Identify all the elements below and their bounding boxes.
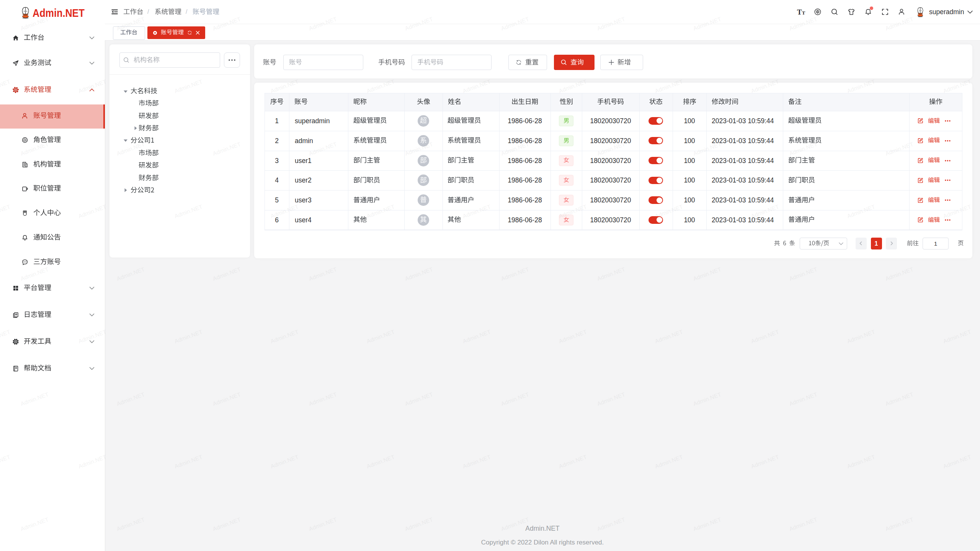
svg-text:Admin.NET: Admin.NET	[596, 16, 626, 32]
svg-text:Admin.NET: Admin.NET	[558, 328, 588, 344]
svg-text:Admin.NET: Admin.NET	[308, 391, 338, 407]
svg-text:Admin.NET: Admin.NET	[942, 78, 972, 94]
svg-text:Admin.NET: Admin.NET	[884, 516, 914, 532]
svg-text:Admin.NET: Admin.NET	[942, 453, 972, 469]
svg-text:Admin.NET: Admin.NET	[77, 453, 107, 469]
svg-text:Admin.NET: Admin.NET	[212, 16, 242, 32]
svg-text:Admin.NET: Admin.NET	[500, 141, 530, 157]
svg-text:Admin.NET: Admin.NET	[173, 203, 203, 219]
svg-text:Admin.NET: Admin.NET	[558, 78, 588, 94]
svg-text:Admin.NET: Admin.NET	[20, 16, 49, 32]
svg-text:Admin.NET: Admin.NET	[462, 328, 492, 344]
svg-text:Admin.NET: Admin.NET	[212, 391, 242, 407]
svg-text:Admin.NET: Admin.NET	[846, 453, 876, 469]
svg-text:Admin.NET: Admin.NET	[692, 16, 722, 32]
svg-text:Admin.NET: Admin.NET	[308, 16, 338, 32]
svg-text:Admin.NET: Admin.NET	[788, 16, 818, 32]
svg-text:Admin.NET: Admin.NET	[788, 141, 818, 157]
svg-text:Admin.NET: Admin.NET	[270, 203, 299, 219]
svg-text:Admin.NET: Admin.NET	[0, 203, 11, 219]
svg-text:Admin.NET: Admin.NET	[788, 516, 818, 532]
svg-text:Admin.NET: Admin.NET	[942, 203, 972, 219]
svg-text:Admin.NET: Admin.NET	[692, 266, 722, 282]
svg-text:Admin.NET: Admin.NET	[404, 516, 434, 532]
svg-text:Admin.NET: Admin.NET	[212, 141, 242, 157]
svg-text:Admin.NET: Admin.NET	[173, 453, 203, 469]
svg-text:Admin.NET: Admin.NET	[942, 328, 972, 344]
svg-text:Admin.NET: Admin.NET	[308, 516, 338, 532]
svg-text:Admin.NET: Admin.NET	[500, 391, 530, 407]
svg-text:Admin.NET: Admin.NET	[212, 516, 242, 532]
svg-text:Admin.NET: Admin.NET	[884, 141, 914, 157]
svg-text:Admin.NET: Admin.NET	[654, 328, 684, 344]
svg-text:Admin.NET: Admin.NET	[366, 328, 395, 344]
svg-text:Admin.NET: Admin.NET	[692, 141, 722, 157]
svg-text:Admin.NET: Admin.NET	[500, 266, 530, 282]
svg-text:Admin.NET: Admin.NET	[116, 141, 145, 157]
svg-text:Admin.NET: Admin.NET	[692, 391, 722, 407]
svg-text:Admin.NET: Admin.NET	[788, 266, 818, 282]
svg-text:Admin.NET: Admin.NET	[404, 391, 434, 407]
svg-text:Admin.NET: Admin.NET	[20, 391, 49, 407]
svg-text:Admin.NET: Admin.NET	[0, 78, 11, 94]
svg-text:Admin.NET: Admin.NET	[654, 203, 684, 219]
svg-text:Admin.NET: Admin.NET	[20, 141, 49, 157]
svg-text:Admin.NET: Admin.NET	[0, 328, 11, 344]
svg-text:Admin.NET: Admin.NET	[212, 266, 242, 282]
svg-text:Admin.NET: Admin.NET	[462, 78, 492, 94]
svg-text:Admin.NET: Admin.NET	[558, 453, 588, 469]
svg-text:Admin.NET: Admin.NET	[654, 78, 684, 94]
svg-text:Admin.NET: Admin.NET	[500, 516, 530, 532]
svg-text:Admin.NET: Admin.NET	[116, 391, 145, 407]
svg-text:Admin.NET: Admin.NET	[366, 453, 395, 469]
svg-text:Admin.NET: Admin.NET	[404, 141, 434, 157]
svg-text:Admin.NET: Admin.NET	[116, 266, 145, 282]
svg-text:Admin.NET: Admin.NET	[846, 78, 876, 94]
svg-text:Admin.NET: Admin.NET	[270, 328, 299, 344]
svg-text:Admin.NET: Admin.NET	[750, 203, 780, 219]
svg-text:Admin.NET: Admin.NET	[596, 516, 626, 532]
svg-text:Admin.NET: Admin.NET	[366, 203, 395, 219]
svg-text:Admin.NET: Admin.NET	[596, 266, 626, 282]
svg-text:Admin.NET: Admin.NET	[116, 16, 145, 32]
svg-text:Admin.NET: Admin.NET	[404, 266, 434, 282]
svg-text:Admin.NET: Admin.NET	[884, 16, 914, 32]
svg-text:Admin.NET: Admin.NET	[846, 203, 876, 219]
svg-text:Admin.NET: Admin.NET	[884, 266, 914, 282]
svg-text:Admin.NET: Admin.NET	[308, 266, 338, 282]
svg-text:Admin.NET: Admin.NET	[884, 391, 914, 407]
svg-text:Admin.NET: Admin.NET	[750, 78, 780, 94]
svg-text:Admin.NET: Admin.NET	[654, 453, 684, 469]
svg-text:Admin.NET: Admin.NET	[462, 453, 492, 469]
svg-text:Admin.NET: Admin.NET	[116, 516, 145, 532]
svg-text:Admin.NET: Admin.NET	[308, 141, 338, 157]
svg-text:Admin.NET: Admin.NET	[500, 16, 530, 32]
svg-text:Admin.NET: Admin.NET	[596, 141, 626, 157]
svg-text:Admin.NET: Admin.NET	[404, 16, 434, 32]
svg-text:Admin.NET: Admin.NET	[20, 266, 49, 282]
svg-text:Admin.NET: Admin.NET	[0, 453, 11, 469]
svg-text:Admin.NET: Admin.NET	[788, 391, 818, 407]
svg-text:Admin.NET: Admin.NET	[846, 328, 876, 344]
svg-text:Admin.NET: Admin.NET	[596, 391, 626, 407]
svg-text:Admin.NET: Admin.NET	[558, 203, 588, 219]
svg-text:Admin.NET: Admin.NET	[270, 78, 299, 94]
svg-text:Admin.NET: Admin.NET	[173, 328, 203, 344]
svg-text:Admin.NET: Admin.NET	[750, 453, 780, 469]
svg-text:Admin.NET: Admin.NET	[77, 78, 107, 94]
svg-text:Admin.NET: Admin.NET	[77, 203, 107, 219]
svg-text:Admin.NET: Admin.NET	[750, 328, 780, 344]
svg-text:Admin.NET: Admin.NET	[173, 78, 203, 94]
svg-text:Admin.NET: Admin.NET	[77, 328, 107, 344]
svg-text:Admin.NET: Admin.NET	[270, 453, 299, 469]
svg-text:Admin.NET: Admin.NET	[462, 203, 492, 219]
svg-text:Admin.NET: Admin.NET	[692, 516, 722, 532]
svg-text:Admin.NET: Admin.NET	[366, 78, 395, 94]
svg-text:Admin.NET: Admin.NET	[20, 516, 49, 532]
